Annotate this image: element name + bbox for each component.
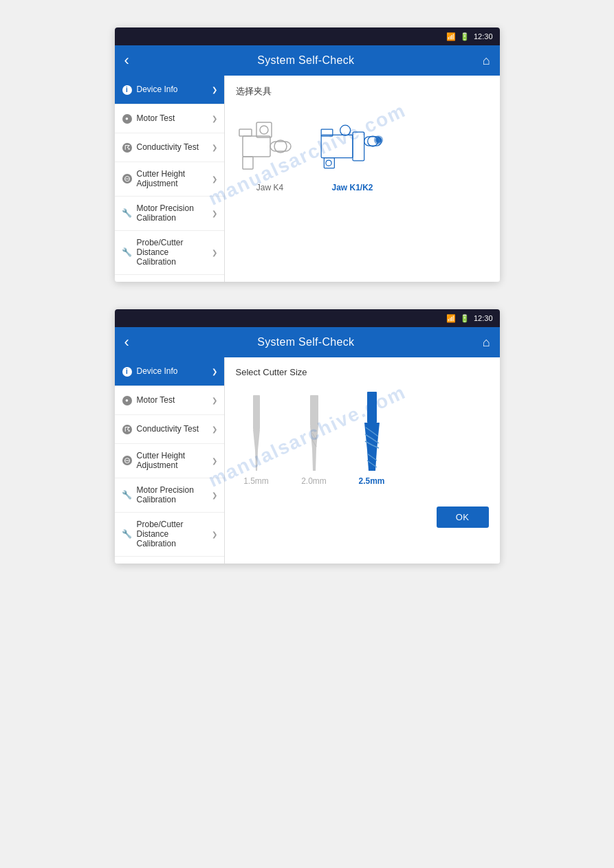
conductivity-icon-2: ☈ bbox=[122, 424, 133, 435]
sidebar-label-conductivity-2: Conductivity Test bbox=[137, 424, 210, 434]
cutter-1-5-label: 1.5mm bbox=[243, 476, 269, 486]
battery-icon: 🔋 bbox=[460, 32, 470, 41]
screen-1: 📶 🔋 12:30 ‹ System Self-Check ⌂ i Device… bbox=[115, 27, 500, 282]
motor-icon-1: ● bbox=[122, 113, 133, 124]
ok-button[interactable]: OK bbox=[437, 507, 489, 528]
right-panel-2: Select Cutter Size 1.5mm bbox=[225, 357, 500, 564]
screen-container: 📶 🔋 12:30 ‹ System Self-Check ⌂ i Device… bbox=[0, 27, 614, 564]
svg-rect-3 bbox=[239, 129, 252, 136]
chevron-motor-precision-2: ❯ bbox=[212, 491, 217, 499]
svg-rect-5 bbox=[256, 122, 272, 137]
wifi-icon: 📶 bbox=[446, 32, 456, 41]
status-bar-2: 📶 🔋 12:30 bbox=[115, 309, 500, 327]
home-button-2[interactable]: ⌂ bbox=[483, 335, 490, 350]
cutter-2-5-option[interactable]: 2.5mm bbox=[351, 395, 393, 486]
probe-icon-1: 🔧 bbox=[122, 247, 133, 258]
back-button-2[interactable]: ‹ bbox=[124, 335, 129, 350]
svg-rect-0 bbox=[243, 136, 270, 157]
sidebar-item-conductivity-1[interactable]: ☈ Conductivity Test ❯ bbox=[115, 133, 224, 162]
sidebar-label-cutter-height-1: Cutter Height Adjustment bbox=[137, 169, 210, 189]
sidebar-label-motor-test-2: Motor Test bbox=[137, 395, 210, 405]
svg-rect-17 bbox=[253, 395, 260, 430]
motor-precision-icon-2: 🔧 bbox=[122, 489, 133, 500]
info-icon-1: i bbox=[122, 85, 133, 96]
svg-marker-18 bbox=[253, 430, 260, 450]
chevron-cutter-height-1: ❯ bbox=[212, 175, 217, 183]
svg-rect-8 bbox=[353, 132, 364, 161]
screen-title-2: System Self-Check bbox=[257, 336, 354, 348]
svg-rect-23 bbox=[367, 392, 377, 423]
sidebar-label-conductivity-1: Conductivity Test bbox=[137, 142, 210, 152]
conductivity-icon-1: ☈ bbox=[122, 142, 133, 153]
jaw-k4-option[interactable]: Jaw K4 bbox=[236, 115, 305, 192]
chevron-motor-test-2: ❯ bbox=[212, 397, 217, 404]
sidebar-label-motor-test-1: Motor Test bbox=[137, 113, 210, 123]
motor-precision-icon-1: 🔧 bbox=[122, 208, 133, 219]
motor-icon-2: ● bbox=[122, 395, 133, 406]
sidebar-item-cutter-height-2[interactable]: ⊖ Cutter Height Adjustment ❯ bbox=[115, 444, 224, 478]
right-panel-1: 选择夹具 bbox=[225, 76, 500, 282]
sidebar-label-cutter-height-2: Cutter Height Adjustment bbox=[137, 451, 210, 471]
svg-marker-25 bbox=[367, 450, 377, 471]
sidebar-item-motor-precision-2[interactable]: 🔧 Motor Precision Calibration ❯ bbox=[115, 478, 224, 513]
cutter-2-5-svg bbox=[355, 392, 389, 474]
screen-title-1: System Self-Check bbox=[257, 54, 354, 67]
chevron-motor-test-1: ❯ bbox=[212, 115, 217, 122]
cutter-2-5-image bbox=[351, 395, 393, 471]
svg-rect-7 bbox=[321, 135, 353, 157]
svg-marker-24 bbox=[364, 423, 380, 450]
wifi-icon-2: 📶 bbox=[446, 314, 456, 323]
cutter-2-0-option[interactable]: 2.0mm bbox=[294, 395, 335, 486]
main-content-2: i Device Info ❯ ● Motor Test ❯ ☈ bbox=[115, 357, 500, 564]
sidebar-item-probe-cutter-2[interactable]: 🔧 Probe/Cutter Distance Calibration ❯ bbox=[115, 513, 224, 557]
sidebar-item-device-info-1[interactable]: i Device Info ❯ bbox=[115, 76, 224, 104]
chevron-conductivity-2: ❯ bbox=[212, 425, 217, 433]
jaw-selection: Jaw K4 bbox=[236, 109, 489, 199]
battery-icon-2: 🔋 bbox=[460, 314, 470, 323]
back-button-1[interactable]: ‹ bbox=[124, 53, 129, 68]
svg-rect-20 bbox=[310, 395, 318, 426]
panel-title-2: Select Cutter Size bbox=[236, 367, 489, 377]
chevron-device-info-1: ❯ bbox=[212, 86, 217, 93]
sidebar-item-motor-precision-1[interactable]: 🔧 Motor Precision Calibration ❯ bbox=[115, 197, 224, 231]
cutter-1-5-option[interactable]: 1.5mm bbox=[236, 395, 277, 486]
sidebar-label-probe-cutter-2: Probe/Cutter Distance Calibration bbox=[137, 520, 210, 549]
cutter-2-0-label: 2.0mm bbox=[301, 476, 327, 486]
sidebar-2: i Device Info ❯ ● Motor Test ❯ ☈ bbox=[115, 357, 225, 564]
chevron-cutter-height-2: ❯ bbox=[212, 457, 217, 465]
svg-rect-14 bbox=[340, 125, 350, 135]
home-button-1[interactable]: ⌂ bbox=[483, 54, 490, 68]
probe-icon-2: 🔧 bbox=[122, 528, 133, 539]
chevron-conductivity-1: ❯ bbox=[212, 144, 217, 151]
sidebar-item-device-info-2[interactable]: i Device Info ❯ bbox=[115, 357, 224, 386]
jaw-k1k2-option[interactable]: Jaw K1/K2 bbox=[318, 115, 387, 192]
clock-1: 12:30 bbox=[474, 32, 493, 41]
svg-point-16 bbox=[375, 137, 381, 143]
sidebar-item-motor-test-1[interactable]: ● Motor Test ❯ bbox=[115, 104, 224, 133]
clock-2: 12:30 bbox=[474, 314, 493, 322]
cutter-1-5-image bbox=[236, 395, 277, 471]
svg-point-6 bbox=[260, 126, 268, 134]
jaw-k1k2-svg bbox=[318, 115, 387, 177]
cutter-2-0-svg bbox=[300, 395, 328, 471]
header-bar-2: ‹ System Self-Check ⌂ bbox=[115, 327, 500, 357]
sidebar-label-motor-precision-2: Motor Precision Calibration bbox=[137, 485, 210, 505]
svg-marker-22 bbox=[312, 449, 316, 471]
ok-btn-row: OK bbox=[236, 504, 489, 528]
svg-marker-21 bbox=[310, 426, 318, 449]
svg-rect-1 bbox=[270, 142, 291, 151]
status-bar-1: 📶 🔋 12:30 bbox=[115, 27, 500, 45]
sidebar-label-device-info-2: Device Info bbox=[137, 366, 210, 376]
sidebar-label-motor-precision-1: Motor Precision Calibration bbox=[137, 203, 210, 223]
jaw-k1k2-label: Jaw K1/K2 bbox=[331, 183, 373, 192]
jaw-k4-image bbox=[236, 115, 305, 177]
cutter-1-5-svg bbox=[243, 395, 270, 471]
sidebar-item-cutter-height-1[interactable]: ⊖ Cutter Height Adjustment ❯ bbox=[115, 162, 224, 197]
sidebar-item-probe-cutter-1[interactable]: 🔧 Probe/Cutter Distance Calibration ❯ bbox=[115, 231, 224, 275]
sidebar-item-conductivity-2[interactable]: ☈ Conductivity Test ❯ bbox=[115, 415, 224, 444]
sidebar-item-motor-test-2[interactable]: ● Motor Test ❯ bbox=[115, 386, 224, 415]
sidebar-label-probe-cutter-1: Probe/Cutter Distance Calibration bbox=[137, 238, 210, 267]
svg-point-13 bbox=[325, 160, 331, 166]
jaw-k4-label: Jaw K4 bbox=[256, 183, 283, 192]
screen-2: 📶 🔋 12:30 ‹ System Self-Check ⌂ i Device… bbox=[115, 309, 500, 564]
